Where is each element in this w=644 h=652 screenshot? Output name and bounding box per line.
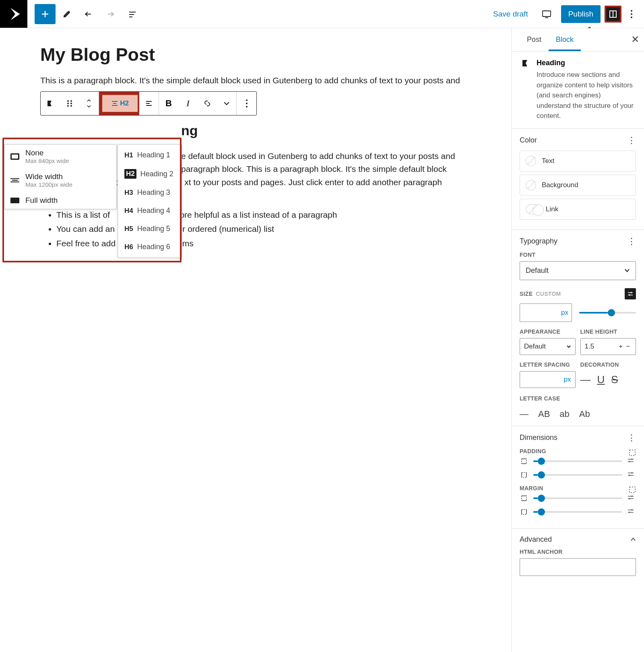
sliders-icon[interactable] xyxy=(627,458,636,465)
svg-rect-19 xyxy=(522,472,526,477)
appearance-select[interactable]: Default xyxy=(520,338,576,355)
publish-button[interactable]: Publish xyxy=(561,5,601,23)
svg-point-6 xyxy=(70,100,72,102)
tab-post[interactable]: Post xyxy=(520,28,549,51)
text-color-button[interactable]: Text xyxy=(520,151,636,171)
undo-button[interactable] xyxy=(78,4,99,24)
svg-point-5 xyxy=(67,100,69,102)
dimensions-section-title: Dimensions xyxy=(520,433,557,442)
block-options-button[interactable] xyxy=(237,92,256,115)
padding-horizontal-slider[interactable] xyxy=(533,474,622,476)
heading-block-icon xyxy=(521,59,530,68)
color-options-icon[interactable]: ⋮ xyxy=(627,135,636,146)
unlink-sides-icon[interactable] xyxy=(629,486,636,493)
unlink-sides-icon[interactable] xyxy=(629,449,636,456)
advanced-section-title[interactable]: Advanced xyxy=(520,535,552,544)
html-anchor-input[interactable] xyxy=(520,558,636,576)
size-toggle-button[interactable] xyxy=(625,288,636,299)
margin-horizontal-icon xyxy=(520,509,528,515)
decoration-none-button[interactable]: — xyxy=(580,373,591,386)
html-anchor-label: HTML ANCHOR xyxy=(520,549,636,555)
line-height-stepper[interactable]: 1.5+− xyxy=(580,338,636,355)
svg-point-8 xyxy=(70,103,72,104)
link-color-button[interactable]: Link xyxy=(520,199,636,220)
case-lower-button[interactable]: ab xyxy=(559,409,569,419)
decoration-label: DECORATION xyxy=(580,361,636,368)
color-section-title: Color xyxy=(520,136,537,144)
typography-section-title: Typography xyxy=(520,237,557,246)
letter-spacing-label: LETTER SPACING xyxy=(520,361,576,368)
italic-button[interactable]: I xyxy=(178,92,198,115)
dimensions-options-icon[interactable]: ⋮ xyxy=(627,433,636,443)
font-label: FONT xyxy=(520,252,636,258)
padding-vertical-slider[interactable] xyxy=(533,460,622,462)
decoration-strike-button[interactable]: S xyxy=(611,373,618,386)
sliders-icon[interactable] xyxy=(627,471,636,479)
margin-vertical-icon xyxy=(520,495,528,501)
svg-rect-21 xyxy=(522,496,526,501)
move-arrows-icon[interactable] xyxy=(79,92,99,115)
svg-point-2 xyxy=(631,10,632,12)
size-input[interactable]: px xyxy=(520,303,572,322)
sliders-icon[interactable] xyxy=(627,495,636,502)
svg-rect-18 xyxy=(522,459,526,464)
block-toolbar: H2 B I xyxy=(40,91,257,116)
margin-vertical-slider[interactable] xyxy=(533,497,622,499)
padding-horizontal-icon xyxy=(520,472,528,478)
size-slider[interactable] xyxy=(579,312,636,314)
line-height-label: LINE HEIGHT xyxy=(580,328,636,335)
close-sidebar-button[interactable] xyxy=(631,34,639,45)
text-align-button[interactable] xyxy=(139,92,159,115)
block-type-description: Introduce new sections and organize cont… xyxy=(537,70,634,121)
sliders-icon[interactable] xyxy=(627,508,636,516)
svg-rect-20 xyxy=(630,487,635,493)
margin-label: MARGIN xyxy=(520,485,543,491)
margin-horizontal-slider[interactable] xyxy=(533,511,622,513)
save-draft-link[interactable]: Save draft xyxy=(489,7,532,21)
appearance-label: APPEARANCE xyxy=(520,328,576,335)
svg-point-12 xyxy=(246,103,248,104)
svg-point-10 xyxy=(70,105,72,107)
preview-button[interactable] xyxy=(536,4,557,24)
typography-options-icon[interactable]: ⋮ xyxy=(627,236,636,247)
svg-point-7 xyxy=(67,103,69,104)
tab-block[interactable]: Block xyxy=(549,28,581,51)
svg-rect-22 xyxy=(522,510,526,514)
block-type-icon[interactable] xyxy=(41,92,60,115)
decoration-underline-button[interactable]: U xyxy=(597,373,605,386)
chevron-up-icon[interactable] xyxy=(630,537,636,541)
custom-label: CUSTOM xyxy=(536,291,561,297)
drag-handle-icon[interactable] xyxy=(60,92,79,115)
redo-button[interactable] xyxy=(100,4,121,24)
edit-tool-button[interactable] xyxy=(56,4,77,24)
settings-panel-toggle[interactable] xyxy=(605,6,621,23)
paragraph-block[interactable]: This is a paragraph block. It's the simp… xyxy=(40,74,487,87)
case-upper-button[interactable]: AB xyxy=(538,409,550,419)
add-block-button[interactable] xyxy=(35,4,56,24)
post-title[interactable]: My Blog Post xyxy=(40,44,487,65)
align-button[interactable]: H2 xyxy=(101,93,138,113)
document-overview-button[interactable] xyxy=(122,4,142,24)
annotation-highlight xyxy=(2,138,182,262)
background-color-button[interactable]: Background xyxy=(520,175,636,196)
padding-label: PADDING xyxy=(520,448,546,454)
heading-block[interactable]: ng xyxy=(40,123,487,138)
bold-button[interactable]: B xyxy=(159,92,178,115)
letter-spacing-input[interactable]: px xyxy=(520,371,576,388)
options-button[interactable] xyxy=(625,4,638,24)
svg-rect-0 xyxy=(543,11,551,17)
padding-vertical-icon xyxy=(520,458,528,464)
block-type-title: Heading xyxy=(537,59,634,67)
svg-rect-17 xyxy=(630,450,635,456)
svg-point-3 xyxy=(631,13,632,15)
case-title-button[interactable]: Ab xyxy=(579,409,590,419)
svg-point-13 xyxy=(246,106,248,107)
chevron-down-icon xyxy=(624,268,630,272)
link-button[interactable] xyxy=(198,92,217,115)
svg-point-9 xyxy=(67,105,69,107)
more-format-button[interactable] xyxy=(217,92,236,115)
size-label: SIZE xyxy=(520,291,533,297)
case-none-button[interactable]: — xyxy=(520,409,528,419)
font-select[interactable]: Default xyxy=(520,261,636,280)
svg-point-11 xyxy=(246,99,248,101)
